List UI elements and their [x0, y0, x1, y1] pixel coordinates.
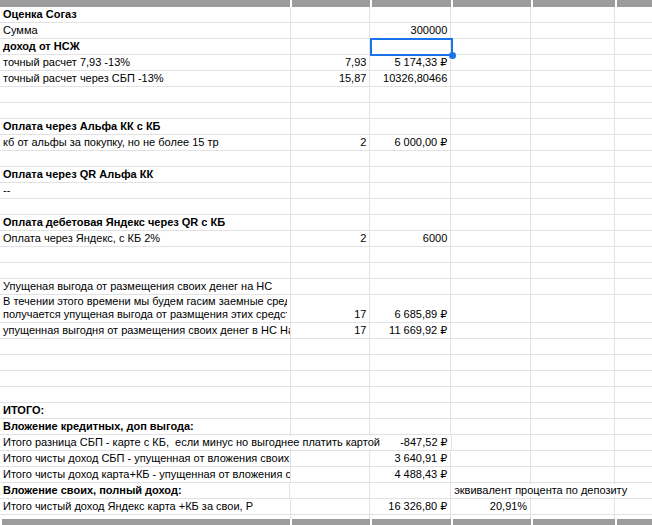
cell[interactable] [451, 355, 531, 371]
cell[interactable] [615, 295, 652, 323]
cell[interactable] [451, 55, 531, 71]
cell[interactable] [291, 339, 371, 355]
cell[interactable] [531, 39, 615, 55]
cell[interactable] [531, 135, 615, 151]
cell[interactable] [615, 355, 652, 371]
cell[interactable]: 5 174,33 ₽ [370, 55, 451, 71]
cell[interactable]: 300000 [370, 23, 451, 39]
cell[interactable] [370, 103, 451, 119]
cell[interactable] [0, 387, 291, 403]
cell[interactable]: -- [0, 183, 291, 199]
cell[interactable]: 11 669,92 ₽ [370, 323, 451, 339]
cell[interactable] [615, 499, 652, 515]
cell[interactable] [531, 167, 615, 183]
cell[interactable] [531, 403, 615, 419]
cell[interactable]: Вложение кредитных, доп выгода: [0, 419, 291, 435]
cell[interactable] [531, 23, 615, 39]
cell[interactable] [531, 71, 615, 87]
cell[interactable] [291, 183, 371, 199]
cell[interactable]: Вложение своих, полный доход: [0, 483, 290, 499]
cell[interactable] [615, 71, 652, 87]
cell[interactable] [531, 295, 615, 323]
cell[interactable] [451, 467, 531, 483]
cell[interactable]: Оценка Согаз [0, 7, 291, 23]
cell[interactable]: 17 [291, 295, 371, 323]
cell[interactable] [291, 87, 371, 103]
cell[interactable]: 3 640,91 ₽ [370, 451, 451, 467]
cell[interactable] [291, 103, 371, 119]
cell[interactable] [451, 371, 531, 387]
cell[interactable] [615, 263, 652, 279]
cell[interactable] [531, 339, 615, 355]
cell[interactable] [615, 119, 652, 135]
cell[interactable] [451, 323, 531, 339]
cell[interactable] [615, 167, 652, 183]
cell[interactable] [0, 199, 291, 215]
cell[interactable] [531, 355, 615, 371]
cell[interactable] [291, 263, 371, 279]
cell[interactable] [370, 7, 451, 23]
cell[interactable] [615, 215, 652, 231]
cell[interactable] [370, 87, 451, 103]
cell[interactable] [451, 167, 531, 183]
column-headers-cropped-top[interactable] [0, 0, 652, 7]
cell[interactable] [451, 87, 531, 103]
cell[interactable] [451, 23, 531, 39]
cell[interactable]: точный расчет через СБП -13% [0, 71, 291, 87]
cell[interactable] [615, 87, 652, 103]
cell[interactable] [531, 419, 615, 435]
cell[interactable] [370, 387, 451, 403]
cell[interactable] [615, 135, 652, 151]
cell[interactable] [0, 87, 291, 103]
cell[interactable]: кб от альфы за покупку, но не более 15 т… [0, 135, 291, 151]
cell[interactable] [531, 231, 615, 247]
cell[interactable]: 2 [291, 135, 371, 151]
cell[interactable] [615, 323, 652, 339]
cell[interactable] [291, 199, 371, 215]
cell[interactable] [531, 435, 615, 451]
cell[interactable]: точный расчет 7,93 -13% [0, 55, 291, 71]
cell[interactable] [531, 467, 615, 483]
cell[interactable]: Оплата через Яндекс, с КБ 2% [0, 231, 291, 247]
cell[interactable] [0, 247, 291, 263]
cell[interactable] [451, 183, 531, 199]
cell[interactable] [451, 247, 531, 263]
cell[interactable] [370, 483, 451, 499]
gray-band-bottom-cropped[interactable] [2, 519, 652, 525]
cell[interactable] [291, 467, 371, 483]
cell[interactable] [451, 119, 531, 135]
cell[interactable] [370, 419, 451, 435]
cell[interactable] [451, 7, 531, 23]
cell[interactable] [451, 279, 531, 295]
cell[interactable] [370, 403, 451, 419]
cell[interactable] [291, 119, 371, 135]
cell[interactable] [531, 55, 615, 71]
cell[interactable]: Итого разница СБП - карте с КБ, если мин… [0, 435, 291, 451]
cell[interactable] [291, 419, 371, 435]
cell[interactable]: 4 488,43 ₽ [370, 467, 451, 483]
cell[interactable] [531, 499, 615, 515]
cell[interactable] [451, 135, 531, 151]
cell[interactable]: Оплата дебетовая Яндекс через QR с КБ [0, 215, 291, 231]
cell[interactable] [615, 55, 652, 71]
cell[interactable] [291, 215, 371, 231]
cell[interactable] [615, 403, 652, 419]
cell[interactable] [531, 371, 615, 387]
cell[interactable] [452, 435, 532, 451]
cell[interactable] [615, 451, 652, 467]
selection-fill-handle[interactable] [449, 52, 456, 59]
cell[interactable]: упущенная выгодня от размещения своих де… [0, 323, 291, 339]
cell[interactable] [615, 199, 652, 215]
cell[interactable] [451, 339, 531, 355]
cell[interactable] [615, 419, 652, 435]
cell[interactable] [531, 87, 615, 103]
cell[interactable] [531, 323, 615, 339]
cell[interactable]: В течении этого времени мы будем гасим з… [0, 295, 291, 323]
cell[interactable] [531, 279, 615, 295]
cell[interactable]: Итого чисты доход СБП - упущенная от вло… [0, 451, 291, 467]
cell[interactable]: 6 000,00 ₽ [370, 135, 451, 151]
cell[interactable] [451, 451, 531, 467]
cell[interactable] [531, 263, 615, 279]
cell[interactable] [291, 151, 371, 167]
cell[interactable] [291, 403, 371, 419]
